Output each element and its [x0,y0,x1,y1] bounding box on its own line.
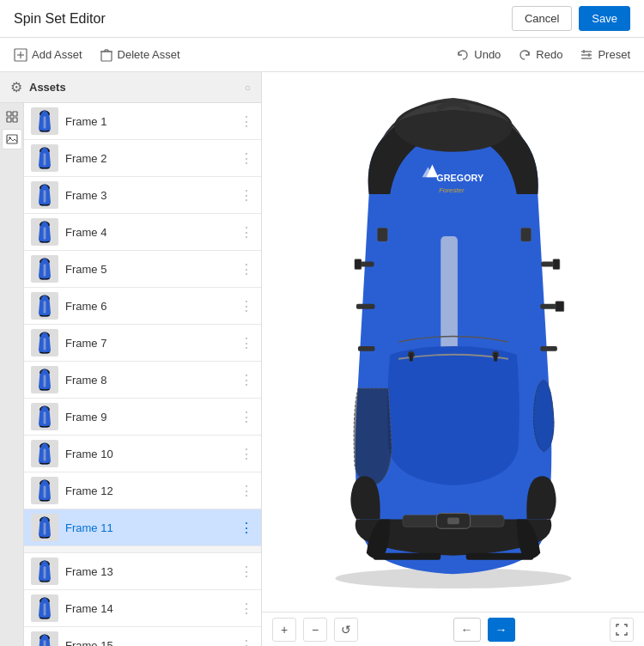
side-tab-grid[interactable] [2,107,22,127]
side-tab-image[interactable] [2,129,22,149]
frame-item[interactable]: Frame 7⋮ [24,325,261,362]
gear-icon[interactable]: ⚙ [10,79,22,95]
frame-thumbnail [31,107,58,135]
frame-item[interactable]: Frame 5⋮ [24,251,261,288]
svg-rect-19 [44,116,46,128]
drag-handle-icon[interactable]: ⋮ [240,520,254,536]
svg-rect-25 [44,338,46,350]
image-container: GREGORY Forester [262,72,644,612]
side-tab-area: Frame 1⋮ Frame 2⋮ Frame 3⋮ Frame 4⋮ Fram… [0,103,261,646]
svg-rect-53 [553,259,560,270]
frame-item[interactable]: Frame 9⋮ [24,399,261,436]
svg-rect-16 [13,118,17,122]
svg-rect-45 [494,353,497,362]
frame-item[interactable]: Frame 3⋮ [24,177,261,214]
frame-thumbnail [31,594,58,622]
fullscreen-button[interactable] [610,618,634,642]
drag-handle-icon[interactable]: ⋮ [240,409,254,425]
frame-name: Frame 6 [65,300,233,313]
prev-frame-button[interactable]: ← [453,618,481,642]
drag-handle-icon[interactable]: ⋮ [240,113,254,130]
svg-rect-13 [7,112,11,116]
frame-thumb-icon [33,515,57,539]
drag-handle-icon[interactable]: ⋮ [240,637,254,647]
drag-handle-icon[interactable]: ⋮ [240,564,254,580]
undo-label: Undo [474,48,501,61]
add-asset-button[interactable]: Add Asset [14,48,82,62]
preset-icon [580,48,593,62]
frame-name: Frame 7 [65,337,233,350]
content-area: GREGORY Forester [262,72,644,646]
frame-item[interactable]: Frame 2⋮ [24,140,261,177]
image-icon [6,133,18,145]
next-frame-button[interactable]: → [488,618,515,642]
main-layout: ⚙ Assets ○ [0,72,644,646]
side-tabs [0,103,24,646]
svg-rect-24 [44,301,46,313]
frame-thumbnail [31,292,58,320]
frame-name: Frame 12 [65,484,233,497]
frame-name: Frame 15 [65,639,233,647]
cancel-button[interactable]: Cancel [512,6,572,31]
frame-thumbnail [31,218,58,246]
add-asset-icon [14,48,27,62]
frame-item[interactable]: Frame 15⋮ [24,627,261,646]
preset-button[interactable]: Preset [580,48,630,62]
sidebar-header: ⚙ Assets ○ [0,72,261,103]
svg-rect-26 [44,375,46,387]
drag-handle-icon[interactable]: ⋮ [240,600,254,617]
frame-name: Frame 1 [65,115,233,128]
svg-rect-62 [520,228,531,241]
frame-item[interactable]: Frame 14⋮ [24,590,261,627]
svg-rect-20 [44,153,46,165]
zoom-in-button[interactable]: + [272,618,296,642]
frame-name: Frame 4 [65,226,233,239]
svg-text:GREGORY: GREGORY [436,173,484,183]
toolbar-right: Undo Redo Preset [456,48,630,62]
redo-button[interactable]: Redo [518,48,562,62]
svg-rect-44 [409,353,412,362]
undo-button[interactable]: Undo [456,48,501,62]
drag-handle-icon[interactable]: ⋮ [240,446,254,462]
svg-rect-29 [44,485,46,497]
svg-rect-49 [354,259,361,270]
save-button[interactable]: Save [579,6,630,31]
frame-item[interactable]: Frame 10⋮ [24,436,261,472]
drag-handle-icon[interactable]: ⋮ [240,372,254,388]
drag-handle-icon[interactable]: ⋮ [240,298,254,314]
frame-name: Frame 9 [65,411,233,424]
frame-thumb-icon [33,478,57,503]
header: Spin Set Editor Cancel Save [0,0,644,38]
reset-zoom-button[interactable]: ↺ [334,618,358,642]
drag-handle-icon[interactable]: ⋮ [240,483,254,499]
frame-item[interactable]: Frame 12⋮ [24,472,261,509]
frame-item[interactable]: Frame 1⋮ [24,103,261,140]
grid-icon [6,111,18,123]
frame-item[interactable]: Frame 8⋮ [24,362,261,399]
drag-handle-icon[interactable]: ⋮ [240,150,254,167]
svg-rect-54 [555,302,563,312]
scroll-indicator: ○ [245,82,251,94]
drag-handle-icon[interactable]: ⋮ [240,335,254,351]
drag-handle-icon[interactable]: ⋮ [240,187,254,204]
frame-thumb-icon [33,633,57,646]
frame-thumb-icon [33,331,57,355]
frame-thumbnail [31,403,58,430]
delete-asset-button[interactable]: Delete Asset [100,48,180,62]
zoom-out-button[interactable]: − [303,618,327,642]
frame-item[interactable]: Frame 6⋮ [24,288,261,325]
frame-name: Frame 14 [65,602,233,615]
frame-item[interactable]: Frame 11⋮ [24,509,261,546]
svg-rect-15 [7,118,11,122]
frame-name: Frame 13 [65,565,233,578]
svg-rect-47 [355,304,374,309]
svg-rect-22 [44,227,46,239]
drag-handle-icon[interactable]: ⋮ [240,261,254,277]
frame-item[interactable]: Frame 4⋮ [24,214,261,251]
drag-handle-icon[interactable]: ⋮ [240,224,254,241]
frame-item[interactable]: Frame 13⋮ [24,553,261,590]
frame-thumb-icon [33,146,57,170]
svg-rect-28 [44,448,46,460]
frame-name: Frame 5 [65,263,233,276]
frame-thumb-icon [33,559,57,583]
